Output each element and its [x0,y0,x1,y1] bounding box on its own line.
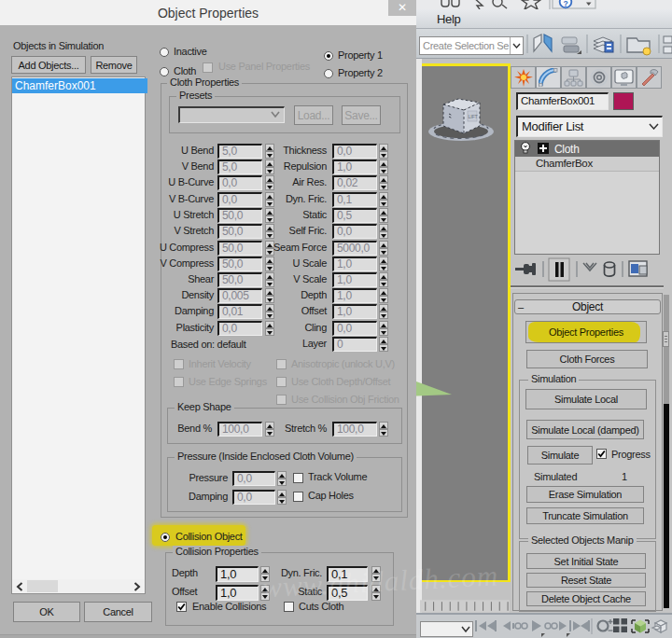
svg-text:LIFT: LIFT [469,114,479,119]
svg-text:?: ? [564,0,568,8]
